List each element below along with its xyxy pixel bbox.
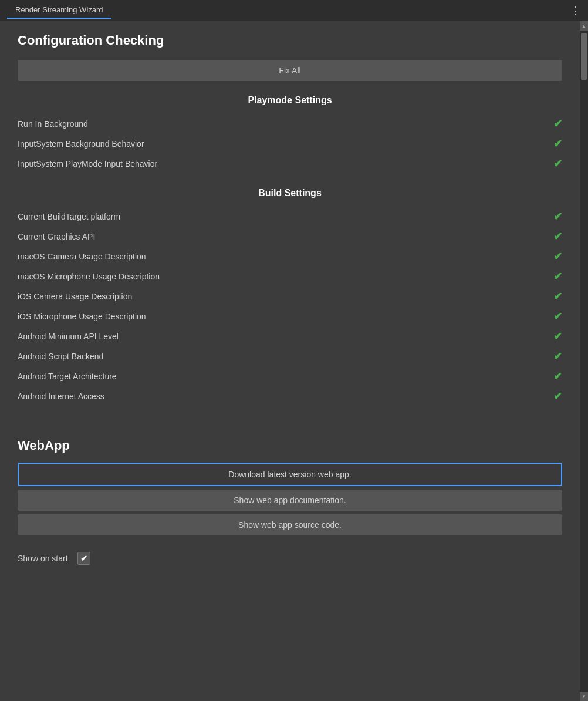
scrollbar: ▲ ▼: [580, 21, 588, 701]
scroll-up-arrow[interactable]: ▲: [580, 21, 588, 31]
setting-row: Android Script Backend: [18, 346, 562, 366]
setting-row: InputSystem Background Behavior: [18, 134, 562, 154]
webapp-title: WebApp: [18, 438, 562, 453]
build-settings-section: Build Settings Current BuildTarget platf…: [18, 188, 562, 406]
window-tab-label: Render Streaming Wizard: [15, 5, 103, 14]
setting-row: macOS Camera Usage Description: [18, 247, 562, 267]
setting-label: Current BuildTarget platform: [18, 212, 120, 221]
fix-all-button[interactable]: Fix All: [18, 60, 562, 81]
check-icon: [553, 230, 562, 243]
check-icon: [553, 270, 562, 283]
setting-label: iOS Camera Usage Description: [18, 292, 132, 301]
setting-label: Current Graphics API: [18, 232, 95, 241]
check-icon: [553, 390, 562, 403]
setting-label: Run In Background: [18, 119, 88, 129]
menu-dots-button[interactable]: ⋮: [570, 4, 581, 17]
show-on-start-label: Show on start: [18, 554, 68, 563]
setting-row: Android Minimum API Level: [18, 326, 562, 346]
title-bar-left: Render Streaming Wizard: [7, 2, 111, 19]
checkbox-check-icon: ✔: [80, 554, 87, 563]
setting-label: InputSystem Background Behavior: [18, 139, 144, 149]
check-icon: [553, 350, 562, 363]
page-title: Configuration Checking: [18, 33, 562, 48]
playmode-settings-section: Playmode Settings Run In Background Inpu…: [18, 95, 562, 174]
check-icon: [553, 137, 562, 150]
webapp-section: WebApp Download latest version web app. …: [18, 438, 562, 535]
setting-row: Current BuildTarget platform: [18, 207, 562, 227]
show-on-start-row: Show on start ✔: [18, 552, 562, 574]
setting-row: macOS Microphone Usage Description: [18, 267, 562, 287]
setting-row: iOS Camera Usage Description: [18, 287, 562, 306]
setting-row: Run In Background: [18, 114, 562, 134]
check-icon: [553, 290, 562, 303]
scrollbar-thumb[interactable]: [581, 33, 587, 80]
setting-label: macOS Camera Usage Description: [18, 252, 146, 261]
show-on-start-checkbox[interactable]: ✔: [77, 552, 90, 565]
window-tab[interactable]: Render Streaming Wizard: [7, 2, 111, 19]
check-icon: [553, 210, 562, 223]
setting-label: InputSystem PlayMode Input Behavior: [18, 159, 157, 168]
title-bar: Render Streaming Wizard ⋮: [0, 0, 588, 21]
check-icon: [553, 310, 562, 323]
setting-row: InputSystem PlayMode Input Behavior: [18, 154, 562, 174]
setting-label: iOS Microphone Usage Description: [18, 312, 146, 321]
scrollbar-track[interactable]: [580, 31, 588, 692]
show-webapp-source-button[interactable]: Show web app source code.: [18, 514, 562, 535]
setting-label: Android Script Backend: [18, 352, 103, 361]
check-icon: [553, 330, 562, 343]
main-window: Render Streaming Wizard ⋮ Configuration …: [0, 0, 588, 701]
setting-row: Current Graphics API: [18, 227, 562, 247]
check-icon: [553, 250, 562, 263]
setting-row-android-internet-access: Android Internet Access: [18, 386, 562, 406]
setting-label: Android Minimum API Level: [18, 332, 119, 341]
check-icon: [553, 370, 562, 383]
download-webapp-button[interactable]: Download latest version web app.: [18, 463, 562, 486]
playmode-settings-title: Playmode Settings: [18, 95, 562, 106]
setting-row-android-target-architecture: Android Target Architecture: [18, 366, 562, 386]
show-webapp-docs-button[interactable]: Show web app documentation.: [18, 490, 562, 511]
build-settings-title: Build Settings: [18, 188, 562, 198]
check-icon: [553, 157, 562, 170]
scroll-down-arrow[interactable]: ▼: [580, 692, 588, 701]
divider-space: [18, 420, 562, 432]
main-content: Configuration Checking Fix All Playmode …: [0, 21, 580, 701]
content-area: Configuration Checking Fix All Playmode …: [0, 21, 588, 701]
setting-label-android-internet-access: Android Internet Access: [18, 392, 104, 401]
setting-label-android-target-architecture: Android Target Architecture: [18, 372, 117, 381]
setting-row: iOS Microphone Usage Description: [18, 306, 562, 326]
check-icon: [553, 117, 562, 130]
setting-label: macOS Microphone Usage Description: [18, 272, 160, 281]
